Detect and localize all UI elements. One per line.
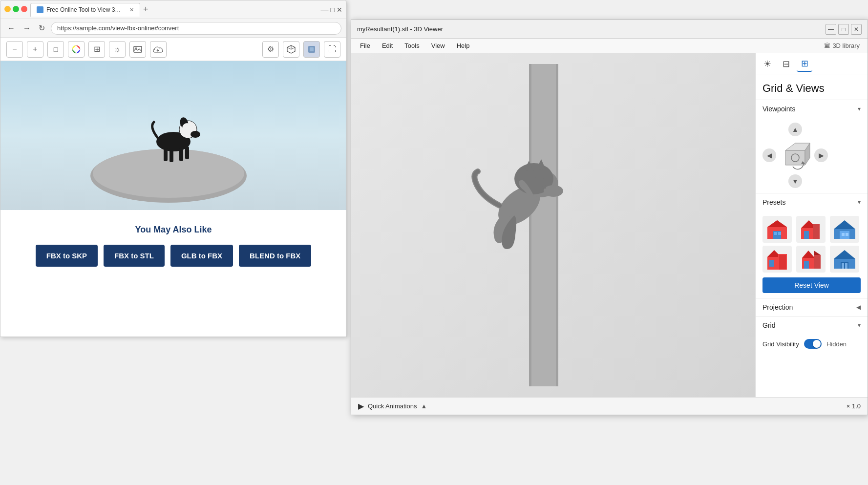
refresh-button[interactable]: ↻ [37,22,47,34]
viewer-close-button[interactable]: ✕ [851,24,862,35]
preset-2-icon [799,219,823,240]
back-button[interactable]: ← [5,23,17,34]
cube-view-button[interactable] [283,41,299,58]
projection-section-header[interactable]: Projection ◀ [756,298,868,316]
menu-help[interactable]: Help [452,41,475,50]
svg-rect-53 [779,255,786,270]
svg-marker-36 [767,220,787,227]
sidebar-toolbar: ☀ ⊟ ⊞ [756,53,868,75]
preset-item-5[interactable] [796,246,826,273]
viewer-3d-canvas[interactable] [351,53,755,397]
svg-line-7 [287,47,291,49]
frame-button[interactable]: □ [47,41,64,58]
preset-item-4[interactable] [762,246,792,273]
browser-window: Free Online Tool to View 3D F8... ✕ + — … [0,0,347,337]
forward-button[interactable]: → [21,23,33,34]
svg-rect-39 [778,232,781,235]
vp-top-button[interactable]: ▲ [788,123,802,136]
close-button[interactable] [21,6,27,12]
new-tab-button[interactable]: + [143,4,148,15]
light-button[interactable]: ☼ [109,41,126,58]
preset-item-2[interactable] [796,216,826,243]
sidebar-panel-title: Grid & Views [762,82,861,95]
svg-marker-61 [834,250,855,259]
viewpoints-section-header[interactable]: Viewpoints ▾ [756,100,868,118]
blend-to-fbx-button[interactable]: BLEND to FBX [239,245,311,267]
fullscreen-button[interactable]: ⛶ [324,41,340,58]
settings-button[interactable]: ⚙ [262,41,279,58]
viewpoints-chevron-icon: ▾ [858,105,861,112]
grid-visibility-label: Grid Visibility [762,340,799,348]
presets-grid [762,216,861,273]
presets-section: Presets ▾ [756,193,868,298]
viewer-3d-window: myResultant(1).stl - 3D Viewer — □ ✕ Fil… [351,20,868,415]
svg-rect-19 [179,148,183,161]
glb-to-fbx-button[interactable]: GLB to FBX [170,245,233,267]
grid-visibility-toggle[interactable] [804,339,822,349]
vp-bottom-button[interactable]: ▼ [788,174,802,188]
presets-section-header[interactable]: Presets ▾ [756,193,868,211]
vp-cube-display [778,138,812,172]
reset-view-button[interactable]: Reset View [762,277,861,293]
fbx-to-stl-button[interactable]: FBX to STL [104,245,165,267]
viewer-minimize-button[interactable]: — [826,24,836,35]
image-button[interactable] [129,41,146,58]
browser-tab[interactable]: Free Online Tool to View 3D F8... ✕ [30,3,140,17]
cube-icon [287,45,296,54]
svg-marker-56 [802,251,815,258]
grid-button[interactable]: ⊞ [88,41,105,58]
viewer-restore-button[interactable]: □ [838,24,849,35]
grid-label: Grid [762,321,775,329]
preset-item-6[interactable] [830,246,859,273]
preset-item-1[interactable] [762,216,792,243]
fbx-to-skp-button[interactable]: FBX to SKP [36,245,98,267]
projection-label: Projection [762,303,793,311]
menu-view[interactable]: View [426,41,450,50]
svg-rect-49 [846,233,848,236]
sidebar-grid-square-button[interactable]: ⊟ [778,56,794,72]
cloud-icon [153,46,163,53]
browser-close-icon[interactable]: ✕ [337,5,342,14]
maximize-button[interactable] [13,6,19,12]
cloud-button[interactable] [150,41,167,58]
viewpoints-section: Viewpoints ▾ ▲ ◀ [756,100,868,193]
zoom-out-button[interactable]: − [6,41,23,58]
viewer-canvas [0,61,346,210]
vp-left-button[interactable]: ◀ [762,148,776,162]
menu-tools[interactable]: Tools [400,41,424,50]
presets-content: Reset View [756,211,868,298]
minimize-button[interactable] [4,6,11,12]
preset-3-icon [833,219,856,240]
vp-right-button[interactable]: ▶ [814,148,828,162]
stl-model-svg [431,59,676,391]
svg-point-2 [135,47,137,49]
grid-section-header[interactable]: Grid ▾ [756,316,868,334]
grid-section: Grid ▾ Grid Visibility Hidden [756,316,868,354]
menu-file[interactable]: File [355,41,375,50]
browser-restore-icon[interactable]: □ [331,5,335,14]
svg-point-14 [191,131,200,138]
suggestions-section: You May Also Like FBX to SKP FBX to STL … [0,210,346,281]
browser-titlebar: Free Online Tool to View 3D F8... ✕ + — … [0,0,346,19]
svg-rect-9 [310,47,314,51]
presets-chevron-icon: ▾ [858,199,861,206]
viewer-toolbar: − + □ ⊞ ☼ [0,38,346,61]
preset-item-3[interactable] [830,216,859,243]
svg-rect-22 [531,64,556,386]
viewer-3d-window-controls: — □ ✕ [826,24,862,35]
viewpoints-content: ▲ ◀ [756,118,868,193]
preset-6-icon [833,249,856,270]
tab-close-icon[interactable]: ✕ [129,7,134,13]
sidebar-grid-views-button[interactable]: ⊞ [797,56,812,72]
zoom-in-button[interactable]: + [27,41,43,58]
color-button[interactable] [68,41,85,58]
image-icon [133,46,142,53]
quick-animations-chevron-icon[interactable]: ▲ [421,402,427,410]
address-input[interactable] [51,22,341,35]
box-view-button[interactable] [303,41,320,58]
cube-nav-icon [778,138,812,172]
sidebar-sun-button[interactable]: ☀ [760,56,775,72]
browser-minimize-icon[interactable]: — [321,5,329,14]
menu-edit[interactable]: Edit [377,41,398,50]
3d-library-button[interactable]: 🏛 3D library [820,40,864,51]
